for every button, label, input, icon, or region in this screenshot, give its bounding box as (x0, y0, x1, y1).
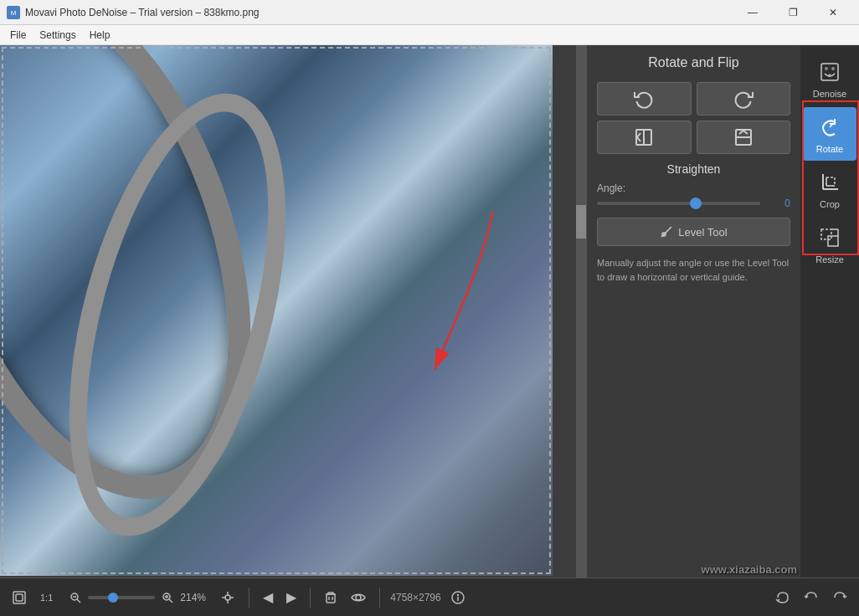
svg-rect-22 (13, 592, 25, 603)
image-info: 4758×2796 (390, 592, 440, 603)
redo-button[interactable] (829, 587, 851, 608)
separator-2 (310, 588, 311, 608)
angle-value: 0 (767, 198, 790, 209)
svg-point-35 (356, 595, 361, 600)
loop-button[interactable] (772, 587, 794, 608)
sidebar-item-crop[interactable]: Crop (803, 162, 856, 216)
svg-rect-23 (16, 594, 23, 601)
preview-button[interactable] (347, 587, 369, 608)
titlebar: M Movavi Photo DeNoise – Trial version –… (0, 0, 859, 25)
zoom-slider[interactable] (88, 596, 155, 599)
svg-point-11 (831, 67, 835, 70)
rotate-label: Rotate (816, 144, 843, 154)
one-to-one-button[interactable]: 1:1 (37, 589, 56, 606)
sidebar-item-denoise[interactable]: Denoise (803, 52, 856, 105)
zoom-out-button[interactable] (66, 588, 85, 607)
help-text: Manually adjust the angle or use the Lev… (597, 256, 790, 284)
restore-button[interactable]: ❐ (774, 0, 812, 25)
zoom-slider-thumb[interactable] (108, 593, 118, 603)
vertical-scrollbar[interactable] (576, 45, 586, 578)
play-button[interactable]: ▶ (283, 586, 300, 608)
crop-icon (816, 169, 843, 196)
menu-settings[interactable]: Settings (33, 28, 82, 43)
zoom-value: 214% (180, 592, 210, 603)
titlebar-controls: — ❐ ✕ (733, 0, 852, 25)
level-tool-button[interactable]: Level Tool (597, 218, 790, 246)
rotate-flip-title: Rotate and Flip (597, 55, 790, 70)
straighten-title: Straighten (597, 162, 790, 176)
crop-label: Crop (820, 199, 840, 209)
icon-sidebar: Denoise Rotate (800, 45, 859, 578)
scrollbar-thumb[interactable] (576, 205, 586, 239)
menu-file[interactable]: File (3, 28, 33, 43)
canvas-image (0, 45, 553, 576)
resize-icon (816, 224, 843, 251)
sidebar-item-rotate[interactable]: Rotate (803, 107, 856, 161)
svg-point-38 (457, 594, 458, 595)
minimize-button[interactable]: — (733, 0, 772, 25)
undo-button[interactable] (800, 587, 822, 608)
svg-point-10 (825, 67, 828, 70)
one-to-one-label: 1:1 (40, 593, 53, 603)
angle-label: Angle: (597, 182, 790, 194)
app-icon: M (7, 6, 20, 19)
resize-label: Resize (815, 254, 844, 264)
rotate-buttons-grid (597, 82, 790, 154)
right-panel: Rotate and Flip (587, 45, 800, 578)
zoom-in-button[interactable] (158, 588, 177, 607)
denoise-label: Denoise (813, 89, 846, 99)
titlebar-left: M Movavi Photo DeNoise – Trial version –… (7, 6, 259, 19)
angle-slider-track (597, 202, 760, 205)
svg-line-25 (77, 599, 80, 603)
level-tool-label: Level Tool (678, 226, 727, 239)
main-container: Rotate and Flip (0, 45, 859, 578)
panel-content: Rotate and Flip (587, 45, 800, 578)
delete-button[interactable] (321, 588, 341, 608)
bottom-toolbar: 1:1 214% ◀ (0, 578, 859, 616)
flip-vertical-button[interactable] (697, 121, 791, 154)
svg-rect-9 (821, 64, 838, 80)
rotate-left-button[interactable] (597, 82, 692, 116)
sidebar-item-resize[interactable]: Resize (803, 218, 856, 271)
angle-row: 0 (597, 198, 790, 209)
svg-text:M: M (11, 9, 17, 17)
denoise-icon (816, 59, 843, 85)
frame-button[interactable] (8, 587, 30, 608)
separator-1 (249, 588, 249, 608)
info-button[interactable] (448, 588, 468, 608)
canvas-area[interactable] (0, 45, 587, 578)
close-button[interactable]: ✕ (814, 0, 852, 25)
flip-horizontal-button[interactable] (597, 121, 692, 154)
rotate-icon (816, 114, 843, 141)
canvas-border (2, 47, 551, 574)
zoom-area: 214% (66, 588, 210, 607)
rotate-right-button[interactable] (697, 82, 791, 116)
prev-image-button[interactable]: ◀ (260, 586, 276, 608)
separator-3 (379, 588, 380, 608)
pan-tool-button[interactable] (217, 587, 239, 608)
window-title: Movavi Photo DeNoise – Trial version – 8… (25, 7, 259, 18)
menubar: File Settings Help (0, 25, 859, 45)
menu-help[interactable]: Help (83, 28, 117, 43)
svg-rect-18 (821, 229, 831, 239)
svg-rect-32 (327, 594, 335, 603)
svg-rect-17 (826, 177, 835, 186)
svg-line-28 (169, 599, 172, 603)
angle-slider-thumb[interactable] (690, 198, 702, 209)
angle-slider[interactable] (597, 202, 760, 205)
svg-rect-19 (828, 236, 838, 246)
